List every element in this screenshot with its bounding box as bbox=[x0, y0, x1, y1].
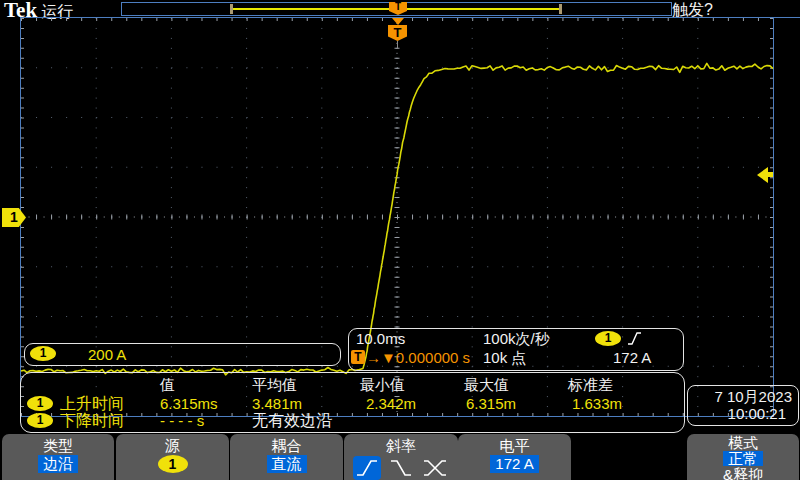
meas-row2-badge-label: 1 bbox=[37, 413, 44, 427]
meas-row1-std: 1.633m bbox=[572, 395, 622, 412]
rising-edge-icon[interactable] bbox=[353, 456, 381, 480]
trigger-position-readout: →▼0.000000 s bbox=[366, 349, 470, 366]
menu-slope-label: 斜率 bbox=[344, 436, 458, 455]
trigger-position-stem bbox=[397, 41, 398, 49]
meas-row2-name: 下降时间 bbox=[60, 411, 124, 432]
menu-coupling-label: 耦合 bbox=[230, 436, 343, 455]
meas-header-value: 值 bbox=[160, 376, 175, 395]
sample-rate: 100k次/秒 bbox=[483, 330, 550, 349]
meas-header-max: 最大值 bbox=[464, 376, 509, 395]
trigger-level-arrow-tail bbox=[766, 172, 773, 177]
record-view-right-bracket bbox=[559, 4, 562, 14]
meas-header-std: 标准差 bbox=[568, 376, 613, 395]
menu-source-channel-badge: 1 bbox=[158, 455, 188, 473]
channel1-scale: 200 A bbox=[88, 346, 126, 363]
graticule-top-border-extension bbox=[773, 17, 800, 18]
menu-source-badge-label: 1 bbox=[169, 456, 177, 472]
menu-coupling-value: 直流 bbox=[267, 455, 307, 473]
record-points: 10k 点 bbox=[483, 349, 526, 368]
meas-row2-status: 无有效边沿 bbox=[252, 411, 332, 432]
menu-mode-value2: &释抑 bbox=[687, 467, 799, 480]
channel1-badge: 1 bbox=[30, 346, 56, 361]
menu-button-source[interactable]: 源 1 bbox=[116, 434, 229, 480]
menu-type-value: 边沿 bbox=[38, 455, 78, 473]
menu-button-slope[interactable]: 斜率 bbox=[344, 434, 458, 480]
menu-button-mode[interactable]: 模式 正常 &释抑 bbox=[687, 434, 799, 480]
menu-level-value: 172 A bbox=[490, 455, 538, 473]
meas-header-min: 最小值 bbox=[360, 376, 405, 395]
arrow-right-icon: → bbox=[366, 349, 381, 366]
oscilloscope-screen: Tek 运行 T 触发? T 1 1 200 A 10.0ms 100k次/秒 … bbox=[0, 0, 800, 480]
meas-row1-badge-label: 1 bbox=[37, 396, 44, 410]
trigger-t-glyph: T bbox=[395, 1, 401, 12]
meas-row1-mean: 3.481m bbox=[252, 395, 302, 412]
trigger-source-badge: 1 bbox=[595, 331, 621, 346]
trigger-source-badge-label: 1 bbox=[605, 331, 612, 345]
menu-button-coupling[interactable]: 耦合 直流 bbox=[230, 434, 343, 480]
trigger-level-readout: 172 A bbox=[613, 349, 651, 366]
menu-mode-label: 模式 bbox=[687, 435, 799, 450]
meas-header-mean: 平均值 bbox=[252, 376, 297, 395]
falling-edge-icon[interactable] bbox=[387, 456, 415, 480]
trigger-t-glyph: T bbox=[354, 350, 361, 364]
meas-row1-max: 6.315m bbox=[466, 395, 516, 412]
channel1-marker-label: 1 bbox=[10, 209, 18, 225]
meas-row1-min: 2.342m bbox=[366, 395, 416, 412]
trigger-slope-icon bbox=[626, 330, 642, 347]
menu-source-label: 源 bbox=[116, 436, 229, 455]
menu-button-type[interactable]: 类型 边沿 bbox=[2, 434, 114, 480]
trigger-position-arrow-icon[interactable] bbox=[392, 18, 404, 25]
record-view-left-bracket bbox=[230, 4, 233, 14]
menu-level-label: 电平 bbox=[458, 436, 571, 455]
triangle-down-icon: ▼ bbox=[381, 349, 396, 366]
time-per-div: 10.0ms bbox=[356, 330, 405, 347]
menu-mode-value: 正常 bbox=[723, 451, 763, 466]
menu-button-level[interactable]: 电平 172 A bbox=[458, 434, 571, 480]
channel1-readout-box bbox=[24, 343, 341, 366]
meas-row2-badge: 1 bbox=[27, 413, 53, 428]
trigger-t-icon: T bbox=[351, 350, 365, 364]
menu-type-label: 类型 bbox=[2, 436, 114, 455]
channel1-badge-label: 1 bbox=[40, 346, 47, 360]
meas-row1-badge: 1 bbox=[27, 396, 53, 411]
time-display: 10:00:21 bbox=[690, 405, 786, 422]
meas-row1-value: 6.315ms bbox=[160, 395, 218, 412]
trigger-t-glyph: T bbox=[394, 25, 402, 40]
meas-row2-value: - - - - s bbox=[160, 412, 204, 429]
trigger-position-value: 0.000000 s bbox=[396, 349, 470, 366]
either-edge-icon[interactable] bbox=[421, 456, 449, 480]
